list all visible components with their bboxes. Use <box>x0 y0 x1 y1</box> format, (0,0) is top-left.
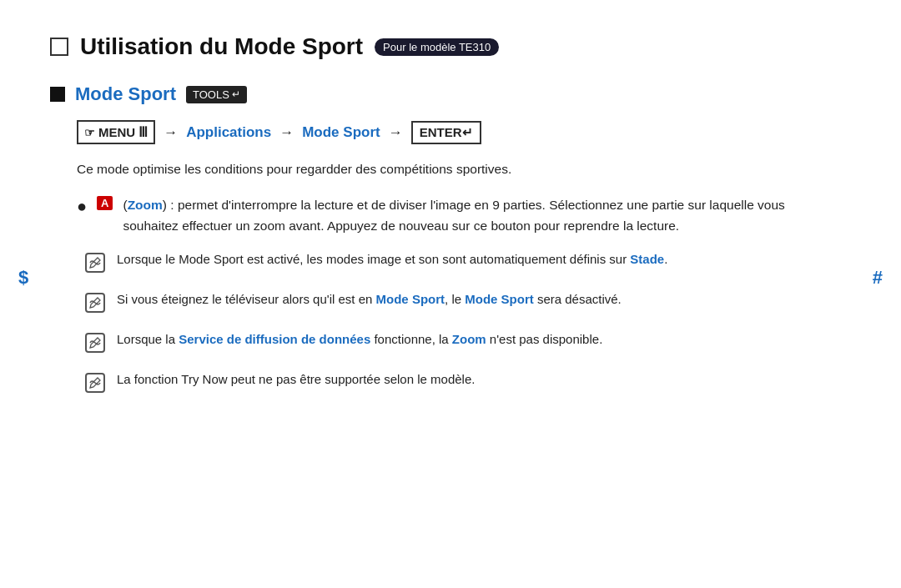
section-title-row: Mode Sport TOOLS ↵ <box>50 83 834 105</box>
bullet-a-badge: A <box>97 196 113 210</box>
tools-badge: TOOLS ↵ <box>186 86 247 103</box>
note-item-1: Lorsque le Mode Sport est activé, les mo… <box>83 249 834 278</box>
menu-icon-box: ☞ MENU Ⅲ <box>77 120 155 144</box>
note-text-3: Lorsque la Service de diffusion de donné… <box>117 329 602 350</box>
note-icon-2 <box>83 291 107 318</box>
description-text: Ce mode optimise les conditions pour reg… <box>77 159 834 180</box>
enter-arrow-icon: ↵ <box>462 125 473 140</box>
model-badge: Pour le modèle TE310 <box>375 38 499 56</box>
note-icon-3 <box>83 331 107 358</box>
stade-link: Stade <box>630 252 664 266</box>
note-item-4: La fonction Try Now peut ne pas être sup… <box>83 369 834 398</box>
main-title: Utilisation du Mode Sport <box>80 33 363 60</box>
zoom-link-2: Zoom <box>452 332 486 346</box>
menu-nav-row: ☞ MENU Ⅲ → Applications → Mode Sport → E… <box>77 120 834 144</box>
mode-sport-link-1: Mode Sport <box>376 292 445 306</box>
tools-label: TOOLS <box>193 88 229 101</box>
nav-arrow-2: → <box>279 124 294 141</box>
section-bullet-square <box>50 87 65 102</box>
note-text-1: Lorsque le Mode Sport est activé, les mo… <box>117 249 667 270</box>
nav-arrow-3: → <box>389 124 403 141</box>
menu-hand-icon: ☞ <box>84 126 95 139</box>
note-item-3: Lorsque la Service de diffusion de donné… <box>83 329 834 358</box>
note-text-4: La fonction Try Now peut ne pas être sup… <box>117 369 475 390</box>
nav-arrow-1: → <box>164 124 178 141</box>
main-title-row: Utilisation du Mode Sport Pour le modèle… <box>50 33 834 60</box>
side-left-symbol: $ <box>18 267 28 289</box>
nav-mode-sport: Mode Sport <box>302 124 380 141</box>
nav-applications: Applications <box>186 124 271 141</box>
enter-box: ENTER ↵ <box>411 121 481 144</box>
bullet-dot: ● <box>77 195 87 217</box>
service-diffusion-link: Service de diffusion de données <box>179 332 370 346</box>
bullet-zoom-text: (Zoom) : permet d'interrompre la lecture… <box>123 195 834 237</box>
bullet-item-zoom: ● A (Zoom) : permet d'interrompre la lec… <box>77 195 834 237</box>
side-right-symbol: # <box>873 267 883 289</box>
note-icon-1 <box>83 251 107 278</box>
mode-sport-link-2: Mode Sport <box>465 292 534 306</box>
note-text-2: Si vous éteignez le téléviseur alors qu'… <box>117 289 622 310</box>
section-title: Mode Sport <box>75 83 176 105</box>
menu-roman: Ⅲ <box>138 124 148 140</box>
note-icon-4 <box>83 371 107 398</box>
tools-return-arrow: ↵ <box>232 88 240 100</box>
enter-label: ENTER <box>420 125 462 139</box>
checkbox-icon <box>50 38 68 56</box>
note-item-2: Si vous éteignez le téléviseur alors qu'… <box>83 289 834 318</box>
zoom-link: Zoom <box>128 198 163 212</box>
menu-label: MENU <box>98 125 135 139</box>
